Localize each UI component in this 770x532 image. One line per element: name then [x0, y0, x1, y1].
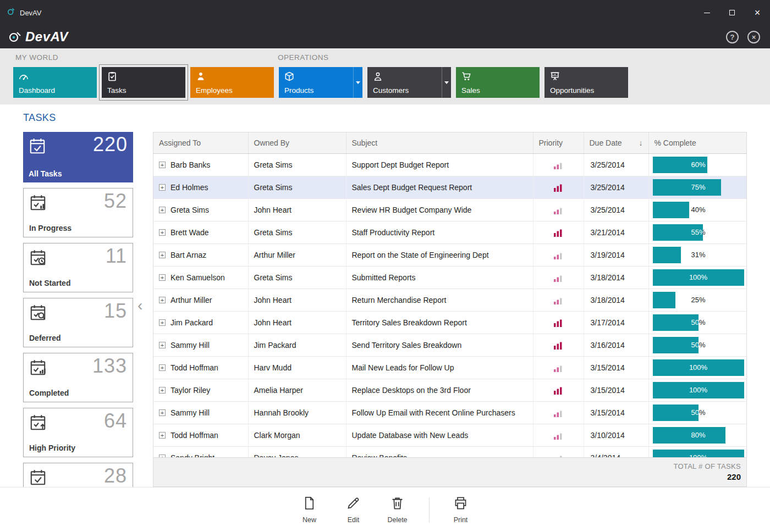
ribbon: MY WORLD OPERATIONS DashboardTasksEmploy…: [0, 48, 770, 104]
row-expand-button[interactable]: +: [159, 409, 166, 416]
row-expand-button[interactable]: +: [159, 297, 166, 303]
cell-assigned-to: Sandy Bright: [170, 453, 215, 458]
row-expand-button[interactable]: +: [159, 342, 166, 348]
row-expand-button[interactable]: +: [159, 364, 166, 371]
tile-count: 133: [92, 354, 127, 378]
column-header-due_date[interactable]: Due Date↓: [584, 132, 648, 153]
ribbon-tile-products[interactable]: Products: [279, 67, 362, 98]
progress-bar: 100%100%: [653, 359, 744, 376]
cell-due-date: 3/25/2014: [584, 198, 648, 221]
table-row[interactable]: +Greta SimsJohn HeartReview HR Budget Co…: [153, 198, 747, 221]
pencil-icon: [346, 496, 361, 513]
cell-subject: Replace Desktops on the 3rd Floor: [346, 379, 533, 401]
exit-button[interactable]: ×: [747, 31, 760, 43]
gauge-icon: [18, 71, 29, 82]
cell-subject: Review Benefits: [346, 446, 533, 457]
cart-icon: [461, 71, 472, 82]
row-expand-button[interactable]: +: [159, 274, 166, 281]
calendar-check-icon: [28, 137, 47, 156]
row-expand-button[interactable]: +: [159, 207, 166, 213]
table-row[interactable]: +Sandy BrightDavey JonesReview Benefits3…: [153, 446, 747, 457]
row-expand-button[interactable]: +: [159, 319, 166, 326]
row-expand-button[interactable]: +: [159, 184, 166, 191]
tile-label: High Priority: [29, 444, 75, 452]
ribbon-tile-employees[interactable]: Employees: [190, 67, 274, 98]
column-header-pct_complete[interactable]: % Complete: [648, 132, 747, 153]
priority-high-icon: [553, 318, 563, 326]
column-header-priority[interactable]: Priority: [533, 132, 584, 153]
ribbon-tile-customers[interactable]: Customers: [367, 67, 451, 98]
table-row[interactable]: +Jim PackardJohn HeartTerritory Sales Br…: [153, 311, 747, 334]
table-row[interactable]: +Brett WadeGreta SimsStaff Productivity …: [153, 221, 747, 243]
sidebar-tile-in-progress[interactable]: 52In Progress: [23, 188, 133, 237]
row-expand-button[interactable]: +: [159, 432, 166, 439]
total-tasks-label: TOTAL # OF TASKS: [159, 462, 741, 470]
progress-bar: 60%60%: [653, 157, 744, 173]
main-content: TASKS 220All Tasks52In Progress11Not Sta…: [0, 104, 770, 487]
table-row[interactable]: +Ken SamuelsonGreta SimsSubmitted Report…: [153, 266, 747, 289]
new-button[interactable]: New: [295, 496, 324, 524]
brand-logo: DevAV: [8, 29, 68, 45]
ribbon-tile-label: Customers: [373, 86, 409, 95]
progress-bar: 31%31%: [653, 247, 744, 263]
ribbon-tile-sales[interactable]: Sales: [456, 67, 540, 98]
chevron-down-icon[interactable]: [353, 67, 362, 98]
column-header-assigned_to[interactable]: Assigned To: [153, 132, 248, 153]
sidebar-tile-completed[interactable]: 133Completed: [23, 353, 133, 402]
close-button[interactable]: ×: [745, 0, 770, 25]
row-expand-button[interactable]: +: [159, 387, 166, 394]
table-row[interactable]: +Todd HoffmanHarv MuddMail New Leads for…: [153, 356, 747, 379]
toolbar-button-label: Delete: [387, 516, 407, 524]
print-button[interactable]: Print: [446, 496, 476, 524]
table-row[interactable]: +Barb BanksGreta SimsSupport Dept Budget…: [153, 153, 747, 176]
cell-subject: Report on the State of Engineering Dept: [346, 243, 533, 266]
table-row[interactable]: +Todd HoffmanClark MorganUpdate Database…: [153, 424, 747, 446]
sidebar-tile-high-priority[interactable]: 64High Priority: [23, 408, 133, 457]
table-row[interactable]: +Bart ArnazArthur MillerReport on the St…: [153, 243, 747, 266]
priority-high-icon: [553, 385, 563, 394]
cell-subject: Review HR Budget Company Wide: [346, 198, 533, 221]
ribbon-tile-dashboard[interactable]: Dashboard: [13, 67, 97, 98]
tile-label: Deferred: [29, 334, 61, 342]
sidebar-collapse-chevron[interactable]: ‹: [138, 298, 142, 313]
ribbon-tile-tasks[interactable]: Tasks: [102, 67, 185, 98]
row-expand-button[interactable]: +: [159, 455, 166, 458]
cell-assigned-to: Ken Samuelson: [170, 273, 225, 282]
delete-button[interactable]: Delete: [383, 496, 413, 524]
progress-bar: 50%50%: [653, 337, 744, 353]
table-row[interactable]: +Sammy HillHannah BrooklyFollow Up Email…: [153, 401, 747, 424]
bottom-toolbar: NewEditDeletePrint: [0, 487, 770, 532]
table-row[interactable]: +Arthur MillerJohn HeartReturn Merchandi…: [153, 289, 747, 311]
new-document-icon: [302, 496, 317, 513]
table-row[interactable]: +Ed HolmesGreta SimsSales Dept Budget Re…: [153, 176, 747, 198]
cell-assigned-to: Arthur Miller: [170, 296, 212, 304]
cell-assigned-to: Ed Holmes: [170, 183, 208, 192]
row-expand-button[interactable]: +: [159, 229, 166, 236]
sidebar-tile-deferred[interactable]: 15Deferred: [23, 298, 133, 347]
ribbon-tile-label: Products: [284, 86, 314, 95]
sidebar-tile-not-started[interactable]: 11Not Started: [23, 243, 133, 292]
table-row[interactable]: +Taylor RileyAmelia HarperReplace Deskto…: [153, 379, 747, 401]
help-button[interactable]: ?: [726, 31, 739, 43]
sidebar-tile-all-tasks[interactable]: 220All Tasks: [23, 132, 133, 182]
toolbar-separator: [429, 497, 430, 523]
sort-desc-icon[interactable]: ↓: [639, 138, 643, 147]
cell-subject: Send Territory Sales Breakdown: [346, 334, 533, 356]
edit-button[interactable]: Edit: [339, 496, 369, 524]
page-title: TASKS: [23, 112, 56, 124]
cell-subject: Follow Up Email with Recent Online Purch…: [346, 401, 533, 424]
column-header-owned_by[interactable]: Owned By: [248, 132, 346, 153]
row-expand-button[interactable]: +: [159, 162, 166, 168]
column-header-subject[interactable]: Subject: [346, 132, 533, 153]
progress-bar: 100%100%: [653, 382, 744, 398]
cell-assigned-to: Bart Arnaz: [170, 251, 206, 259]
minimize-button[interactable]: [694, 0, 719, 25]
sidebar-tile-more[interactable]: 28: [23, 463, 133, 487]
maximize-button[interactable]: [719, 0, 745, 25]
ribbon-tile-opportunities[interactable]: Opportunities: [544, 67, 628, 98]
chevron-down-icon[interactable]: [442, 67, 451, 98]
tasks-table-area: Assigned ToOwned BySubjectPriorityDue Da…: [153, 132, 747, 487]
table-row[interactable]: +Sammy HillJim PackardSend Territory Sal…: [153, 334, 747, 356]
row-expand-button[interactable]: +: [159, 252, 166, 258]
progress-bar: 25%25%: [653, 292, 744, 308]
